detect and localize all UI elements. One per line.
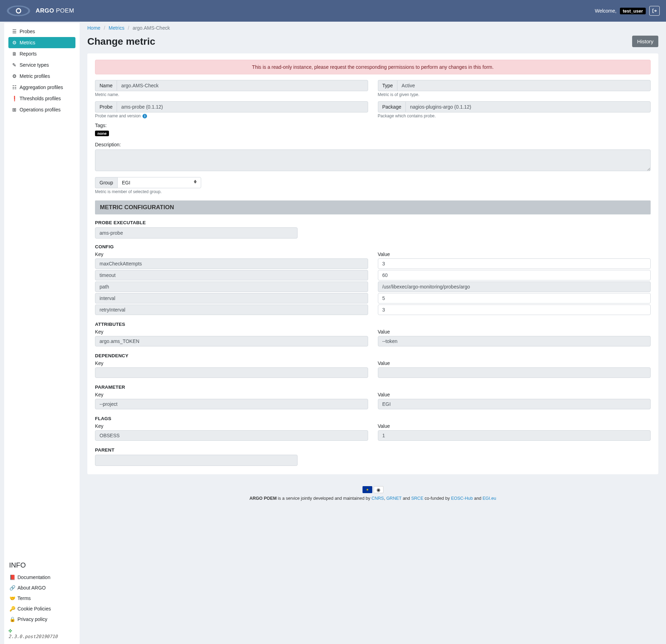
exclamation-icon: ❗ bbox=[12, 96, 17, 101]
welcome-text: Welcome, bbox=[595, 8, 616, 14]
main: Home / Metrics / argo.AMS-Check Change m… bbox=[80, 22, 666, 644]
probe-label: Probe bbox=[95, 101, 117, 112]
parent-input[interactable] bbox=[95, 455, 298, 466]
type-input[interactable] bbox=[397, 80, 651, 91]
sidebar-item-label: Reports bbox=[20, 51, 37, 57]
breadcrumb-sep: / bbox=[128, 25, 129, 31]
tags-label: Tags: bbox=[95, 123, 651, 128]
type-label: Type bbox=[378, 80, 397, 91]
key-input[interactable] bbox=[95, 336, 368, 346]
package-label: Package bbox=[378, 101, 405, 112]
sidebar-item-metric-profiles[interactable]: ⚙Metric profiles bbox=[8, 71, 75, 82]
value-input[interactable] bbox=[378, 367, 651, 378]
metric-config-header: METRIC CONFIGURATION bbox=[95, 200, 651, 214]
key-label: Key bbox=[95, 423, 368, 429]
breadcrumb-metrics[interactable]: Metrics bbox=[109, 25, 124, 31]
info-item-terms[interactable]: 🤝Terms bbox=[8, 593, 75, 603]
cogs-icon: ⚙ bbox=[12, 73, 17, 79]
history-button[interactable]: History bbox=[632, 36, 658, 47]
probe-exec-input[interactable] bbox=[95, 227, 298, 239]
info-icon[interactable]: i bbox=[142, 114, 147, 118]
breadcrumb-current: argo.AMS-Check bbox=[133, 25, 170, 31]
crosshair-icon: ✜ bbox=[8, 628, 12, 634]
group-help: Metric is member of selected group. bbox=[95, 189, 651, 194]
package-input[interactable] bbox=[405, 101, 651, 112]
value-input[interactable] bbox=[378, 258, 651, 269]
kv-row bbox=[95, 258, 651, 270]
footer-text: ARGO POEM is a service jointly developed… bbox=[87, 496, 658, 501]
version-text: 2.3.0.post20190710 bbox=[8, 634, 58, 639]
key-input[interactable] bbox=[95, 293, 368, 303]
key-icon: 🔑 bbox=[10, 606, 15, 612]
kv-row bbox=[95, 281, 651, 293]
value-input[interactable] bbox=[378, 305, 651, 315]
key-input[interactable] bbox=[95, 399, 368, 409]
footer-link-grnet[interactable]: GRNET bbox=[386, 496, 402, 501]
handshake-icon: 🤝 bbox=[10, 595, 15, 601]
key-input[interactable] bbox=[95, 305, 368, 315]
kv-row bbox=[95, 399, 651, 410]
sidebar-item-label: Thresholds profiles bbox=[20, 96, 61, 101]
sidebar-item-service-types[interactable]: ✎Service types bbox=[8, 59, 75, 71]
sidebar-item-probes[interactable]: ☰Probes bbox=[8, 26, 75, 37]
title-row: Change metric History bbox=[87, 36, 658, 47]
key-input[interactable] bbox=[95, 270, 368, 280]
info-item-privacy[interactable]: 🔒Privacy policy bbox=[8, 614, 75, 624]
value-input[interactable] bbox=[378, 293, 651, 303]
kv-row bbox=[95, 367, 651, 379]
value-label: Value bbox=[378, 329, 651, 335]
key-input[interactable] bbox=[95, 281, 368, 292]
footer-link-cnrs[interactable]: CNRS bbox=[372, 496, 384, 501]
footer-link-egi[interactable]: EGI.eu bbox=[483, 496, 496, 501]
info-item-about[interactable]: 🔗About ARGO bbox=[8, 583, 75, 593]
kv-row bbox=[95, 270, 651, 281]
argo-logo-icon bbox=[6, 5, 31, 16]
sidebar-item-label: Service types bbox=[20, 62, 49, 68]
sidebar-item-thresholds-profiles[interactable]: ❗Thresholds profiles bbox=[8, 93, 75, 104]
probe-exec-title: PROBE EXECUTABLE bbox=[95, 220, 651, 225]
sidebar-item-reports[interactable]: 🗎Reports bbox=[8, 48, 75, 59]
tasks-icon: ☷ bbox=[12, 85, 17, 90]
sidebar-item-label: Metric profiles bbox=[20, 73, 50, 79]
group-select[interactable]: EGI bbox=[117, 177, 201, 188]
server-icon: ☰ bbox=[12, 29, 17, 34]
value-input[interactable] bbox=[378, 399, 651, 409]
description-textarea[interactable] bbox=[95, 149, 651, 171]
sidebar-item-operations-profiles[interactable]: ⊞Operations profiles bbox=[8, 104, 75, 115]
footer-link-srce[interactable]: SRCE bbox=[411, 496, 423, 501]
value-label: Value bbox=[378, 392, 651, 397]
info-item-documentation[interactable]: 📕Documentation bbox=[8, 572, 75, 583]
sidebar-item-metrics[interactable]: ⚙Metrics bbox=[8, 37, 75, 48]
breadcrumb-home[interactable]: Home bbox=[87, 25, 100, 31]
form-card: This is a read-only instance, please req… bbox=[87, 53, 658, 474]
package-group: Package bbox=[378, 101, 651, 112]
link-icon: 🔗 bbox=[10, 585, 15, 591]
eosc-logo-icon: ◉ bbox=[374, 486, 383, 493]
sidebar-item-aggregation-profiles[interactable]: ☷Aggregation profiles bbox=[8, 82, 75, 93]
info-item-cookies[interactable]: 🔑Cookie Policies bbox=[8, 603, 75, 614]
value-input[interactable] bbox=[378, 430, 651, 441]
info-list: 📕Documentation 🔗About ARGO 🤝Terms 🔑Cooki… bbox=[8, 572, 75, 624]
key-input[interactable] bbox=[95, 258, 368, 269]
name-input[interactable] bbox=[117, 80, 368, 91]
probe-input[interactable] bbox=[117, 101, 368, 112]
key-input[interactable] bbox=[95, 367, 368, 378]
group-select-group: Group EGI bbox=[95, 177, 201, 188]
sidebar-item-label: Aggregation profiles bbox=[20, 85, 63, 90]
value-input[interactable] bbox=[378, 281, 651, 292]
footer-flags: ★ ◉ bbox=[87, 486, 658, 493]
footer-link-eosc[interactable]: EOSC-Hub bbox=[451, 496, 473, 501]
header-right: Welcome, test_user bbox=[595, 6, 660, 16]
package-help: Package which contains probe. bbox=[378, 114, 651, 118]
logout-button[interactable] bbox=[649, 6, 660, 16]
file-icon: 🗎 bbox=[12, 51, 17, 57]
info-item-label: Documentation bbox=[17, 575, 50, 580]
value-input[interactable] bbox=[378, 270, 651, 280]
header: ARGO POEM Welcome, test_user bbox=[0, 0, 666, 22]
value-label: Value bbox=[378, 251, 651, 257]
readonly-alert: This is a read-only instance, please req… bbox=[95, 60, 651, 74]
key-label: Key bbox=[95, 360, 368, 366]
user-badge: test_user bbox=[620, 8, 646, 14]
key-input[interactable] bbox=[95, 430, 368, 441]
value-input[interactable] bbox=[378, 336, 651, 346]
